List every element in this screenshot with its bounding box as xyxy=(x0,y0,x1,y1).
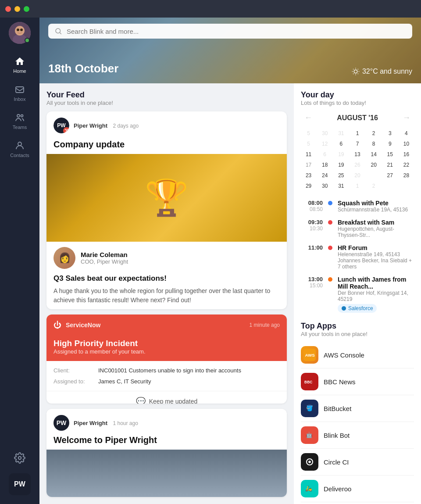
cal-cell[interactable]: 11 xyxy=(301,150,316,159)
cal-cell[interactable]: 15 xyxy=(382,150,398,159)
app-container: Home Inbox Teams Contacts PW xyxy=(0,18,421,504)
your-day-title: Your day xyxy=(301,90,414,100)
event-dot-red xyxy=(328,220,332,225)
cal-cell[interactable]: 16 xyxy=(399,150,414,159)
assigned-label: Assigned to: xyxy=(54,378,93,385)
profile-info: Marie Coleman COO, Piper Wright xyxy=(81,251,128,265)
cal-next-button[interactable]: → xyxy=(399,111,414,124)
cal-cell[interactable]: 2 xyxy=(366,129,382,138)
event-info: Breakfast with Sam Hugenpottchen, August… xyxy=(338,219,414,238)
maximize-button[interactable] xyxy=(24,6,29,12)
cal-cell: 26 xyxy=(350,160,365,170)
incident-details: Client: INC001001 Customers unable to si… xyxy=(46,361,287,391)
cal-cell[interactable]: 21 xyxy=(382,160,398,170)
cal-cell[interactable]: 3 xyxy=(382,129,398,138)
event-time: 13:00 15:00 xyxy=(301,276,323,313)
cal-cell: 5 xyxy=(301,129,316,138)
cal-cell[interactable]: 14 xyxy=(366,150,382,159)
cal-cell[interactable]: 18 xyxy=(317,160,332,170)
sidebar-item-teams[interactable]: Teams xyxy=(0,107,39,135)
cal-cell[interactable]: 29 xyxy=(301,181,316,191)
app-bitbucket[interactable]: 🪣 BitBucket xyxy=(301,395,414,422)
event-squash[interactable]: 08:00 08:50 Squash with Pete Schürmannst… xyxy=(301,200,414,213)
app-list: AWS AWS Console BBC BBC News 🪣 xyxy=(301,342,414,504)
sidebar-item-contacts[interactable]: Contacts xyxy=(0,135,39,163)
bbc-icon: BBC xyxy=(301,373,318,390)
svg-point-7 xyxy=(17,114,20,117)
search-input[interactable] xyxy=(67,28,406,35)
close-button[interactable] xyxy=(5,6,11,12)
cal-cell[interactable]: 31 xyxy=(333,181,349,191)
cal-cell[interactable]: 7 xyxy=(350,139,365,149)
card-author: Piper Wright xyxy=(74,122,107,129)
settings-icon[interactable] xyxy=(14,447,25,469)
sidebar-item-label: Home xyxy=(13,68,26,74)
sidebar-item-label: Contacts xyxy=(10,153,29,158)
sidebar-item-home[interactable]: Home xyxy=(0,51,39,79)
cal-cell[interactable]: 10 xyxy=(399,139,414,149)
event-lunch[interactable]: 13:00 15:00 Lunch with James from Mill R… xyxy=(301,276,414,313)
app-blinkbot[interactable]: 🤖 Blink Bot xyxy=(301,422,414,449)
app-deliveroo[interactable]: 🛵 Deliveroo xyxy=(301,475,414,502)
search-icon xyxy=(54,27,62,35)
cal-cell[interactable]: 6 xyxy=(333,139,349,149)
cal-cell[interactable]: 24 xyxy=(317,171,332,180)
cal-cell[interactable]: 13 xyxy=(350,150,365,159)
cal-cell[interactable]: 27 xyxy=(382,171,398,180)
bitbucket-icon: 🪣 xyxy=(301,400,318,417)
cal-cell: 30 xyxy=(317,129,332,138)
svg-point-11 xyxy=(56,29,61,33)
app-bbc[interactable]: BBC BBC News xyxy=(301,368,414,395)
card-source-badge xyxy=(63,127,69,133)
incident-title: High Priority Incident xyxy=(54,339,280,348)
app-name-circleci: Circle CI xyxy=(324,458,349,466)
cal-cell[interactable]: 25 xyxy=(333,171,349,180)
card-body-title: Q3 Sales beat our expectations! xyxy=(54,274,280,283)
app-name-deliveroo: Deliveroo xyxy=(324,485,351,493)
incident-source: ServiceNow xyxy=(66,322,100,329)
avatar-status xyxy=(25,38,30,43)
feed-subtitle: All your tools in one place! xyxy=(46,100,287,106)
app-github[interactable]: 🐙 Github xyxy=(301,502,414,504)
salesforce-icon xyxy=(341,306,346,311)
keep-updated-button[interactable]: 💬 Keep me updated xyxy=(46,391,287,404)
cal-cell[interactable]: 1 xyxy=(350,129,365,138)
svg-text:🪣: 🪣 xyxy=(306,405,313,412)
cal-cell[interactable]: 19 xyxy=(333,160,349,170)
app-circleci[interactable]: Circle CI xyxy=(301,449,414,475)
cal-week: 5 xyxy=(301,139,316,149)
card-body: Q3 Sales beat our expectations! A huge t… xyxy=(46,274,287,309)
cal-cell[interactable]: 20 xyxy=(366,160,382,170)
feed-header: Your Feed All your tools in one place! xyxy=(46,90,287,106)
feed-title: Your Feed xyxy=(46,90,287,100)
cal-cell: 19 xyxy=(333,150,349,159)
sidebar-item-inbox[interactable]: Inbox xyxy=(0,79,39,107)
cal-cell[interactable]: 8 xyxy=(366,139,382,149)
event-breakfast[interactable]: 09:30 10:30 Breakfast with Sam Hugenpott… xyxy=(301,219,414,238)
event-hrforum[interactable]: 11:00 HR Forum Helenenstraße 149, 45143 … xyxy=(301,244,414,270)
event-dot-blue xyxy=(328,201,332,205)
svg-point-9 xyxy=(18,142,21,146)
cal-cell-today[interactable]: 17 xyxy=(301,160,316,170)
cal-cell[interactable]: 22 xyxy=(399,160,414,170)
avatar-wrap xyxy=(9,22,31,44)
cal-cell[interactable]: 23 xyxy=(301,171,316,180)
search-bar[interactable] xyxy=(48,24,412,39)
cal-cell[interactable]: 28 xyxy=(399,171,414,180)
sidebar-item-label: Teams xyxy=(13,125,27,130)
cal-cell[interactable]: 9 xyxy=(382,139,398,149)
event-info: Lunch with James from Mill Reach... Der … xyxy=(338,276,414,313)
cal-grid: 5 30 31 1 2 3 4 5 12 6 7 8 9 10 xyxy=(301,129,414,191)
blinkbot-icon: 🤖 xyxy=(301,426,318,444)
cal-cell[interactable]: 30 xyxy=(317,181,332,191)
profile-name: Marie Coleman xyxy=(81,251,128,258)
cal-prev-button[interactable]: ← xyxy=(301,111,316,124)
app-name-bbc: BBC News xyxy=(324,378,356,386)
cal-cell[interactable]: 4 xyxy=(399,129,414,138)
pw-time: 1 hour ago xyxy=(113,420,138,426)
minimize-button[interactable] xyxy=(14,6,20,12)
top-apps-title: Top Apps xyxy=(301,322,414,331)
app-aws[interactable]: AWS AWS Console xyxy=(301,342,414,368)
titlebar xyxy=(0,0,421,18)
hero-section: 18th October 32°C and sunny xyxy=(39,18,421,83)
